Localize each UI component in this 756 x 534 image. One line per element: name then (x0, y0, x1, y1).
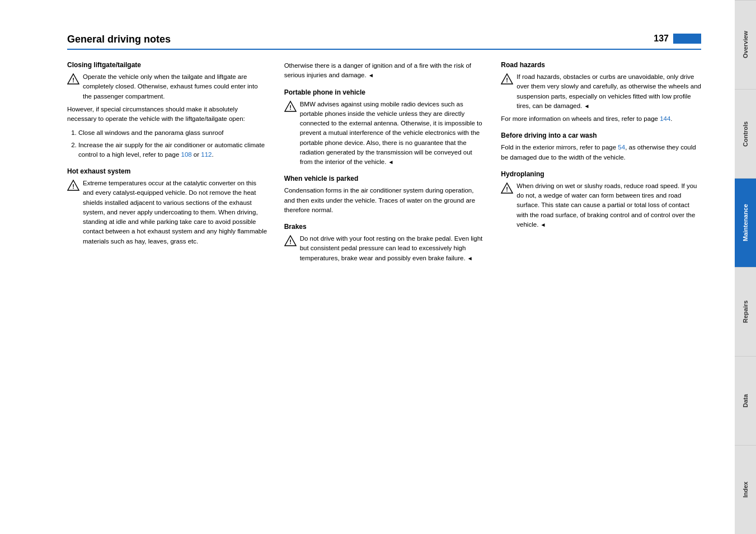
hot-exhaust-warning: ! Extreme temperatures occur at the cata… (67, 179, 267, 246)
road-hazards-warning-text: If road hazards, obstacles or curbs are … (516, 72, 701, 111)
portable-phone-warning-text: BMW advises against using mobile radio d… (300, 100, 485, 167)
warning-icon-4: ! (284, 235, 297, 247)
section-hot-exhaust-title: Hot exhaust system (67, 167, 267, 175)
list-item-1: Close all windows and the panorama glass… (78, 128, 267, 138)
list-item-1-text: Close all windows and the panorama glass… (78, 129, 224, 136)
link-54[interactable]: 54 (618, 144, 625, 151)
content-columns: Closing liftgate/tailgate ! Operate the … (67, 61, 701, 266)
tab-index[interactable]: Index (735, 445, 756, 534)
link-108[interactable]: 108 (181, 151, 191, 158)
page-header: General driving notes 137 (67, 34, 701, 50)
warning-icon-5: ! (501, 73, 513, 85)
road-hazards-warning: ! If road hazards, obstacles or curbs ar… (501, 72, 701, 111)
closing-liftgate-warning: ! Operate the vehicle only when the tail… (67, 72, 267, 101)
tab-maintenance[interactable]: Maintenance (735, 178, 756, 267)
closing-liftgate-list: Close all windows and the panorama glass… (67, 128, 267, 160)
section-car-wash-title: Before driving into a car wash (501, 132, 701, 139)
road-hazards-body: For more information on wheels and tires… (501, 114, 701, 124)
section-brakes-title: Brakes (284, 223, 485, 231)
tab-controls[interactable]: Controls (735, 89, 756, 178)
closing-liftgate-warning-text: Operate the vehicle only when the tailga… (83, 72, 267, 101)
page-number: 137 (654, 34, 701, 44)
page-number-box (673, 34, 701, 44)
svg-text:!: ! (506, 186, 508, 193)
brakes-warning: ! Do not drive with your foot resting on… (284, 234, 485, 263)
main-content: General driving notes 137 Closing liftga… (0, 0, 735, 534)
link-144[interactable]: 144 (660, 115, 670, 122)
page-container: General driving notes 137 Closing liftga… (0, 0, 756, 534)
brakes-warning-text: Do not drive with your foot resting on t… (300, 234, 485, 263)
hydroplaning-warning: ! When driving on wet or slushy roads, r… (501, 181, 701, 229)
car-wash-body: Fold in the exterior mirrors, refer to p… (501, 143, 701, 162)
section-vehicle-parked-title: When vehicle is parked (284, 175, 485, 182)
link-112[interactable]: 112 (201, 151, 212, 158)
warning-icon-3: ! (284, 100, 297, 113)
tab-repairs[interactable]: Repairs (735, 267, 756, 356)
section-hydroplaning-title: Hydroplaning (501, 170, 701, 178)
column-3: Road hazards ! If road hazards, obstacle… (501, 61, 701, 266)
warning-icon-1: ! (67, 73, 79, 85)
hydroplaning-warning-text: When driving on wet or slushy roads, red… (516, 181, 701, 229)
section-road-hazards-title: Road hazards (501, 61, 701, 69)
closing-liftgate-body: However, if special circumstances should… (67, 105, 267, 124)
portable-phone-warning: ! BMW advises against using mobile radio… (284, 100, 485, 167)
tab-overview[interactable]: Overview (735, 0, 756, 89)
warning-icon-2: ! (67, 179, 79, 191)
svg-text:!: ! (72, 77, 74, 83)
svg-text:!: ! (506, 77, 508, 83)
list-item-2: Increase the air supply for the air cond… (78, 140, 267, 160)
page-title: General driving notes (67, 34, 171, 45)
svg-text:!: ! (72, 183, 74, 190)
tab-data[interactable]: Data (735, 356, 756, 445)
col2-intro-text: Otherwise there is a danger of ignition … (284, 61, 485, 81)
list-item-2-text: Increase the air supply for the air cond… (78, 142, 265, 158)
page-number-text: 137 (654, 34, 669, 44)
svg-text:!: ! (289, 104, 292, 111)
warning-icon-6: ! (501, 182, 513, 194)
vehicle-parked-body: Condensation forms in the air conditione… (284, 186, 485, 215)
column-1: Closing liftgate/tailgate ! Operate the … (67, 61, 267, 266)
section-closing-liftgate-title: Closing liftgate/tailgate (67, 61, 267, 69)
column-2: Otherwise there is a danger of ignition … (284, 61, 485, 266)
svg-text:!: ! (289, 238, 292, 245)
hot-exhaust-warning-text: Extreme temperatures occur at the cataly… (83, 179, 267, 246)
section-portable-phone-title: Portable phone in vehicle (284, 88, 485, 96)
sidebar-tabs: Overview Controls Maintenance Repairs Da… (735, 0, 756, 534)
